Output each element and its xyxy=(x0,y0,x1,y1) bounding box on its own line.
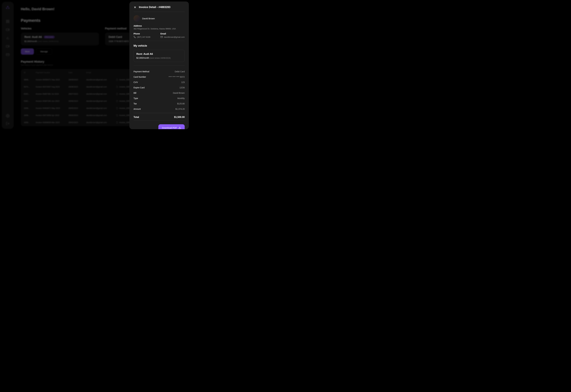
customer-name: David Brown xyxy=(142,17,155,20)
kv-cvv-value: 123 xyxy=(181,81,185,84)
kv-card-number-label: Card Number xyxy=(134,76,146,78)
panel-title: Invoice Detail - #4883283 xyxy=(139,6,170,9)
email-label: Email xyxy=(160,32,185,35)
kv-tax-value: $125.80 xyxy=(177,102,185,105)
phone-label: Phone xyxy=(134,32,154,35)
kv-bill-label: Bill xyxy=(134,92,136,94)
kv-amount-label: Amount xyxy=(134,108,141,110)
address-label: Address xyxy=(134,25,185,27)
email-value: davidbrown@gmail.com xyxy=(164,36,185,38)
avatar xyxy=(134,15,140,22)
panel-vehicle-renew: (next renew 24/09/2024) xyxy=(150,57,171,59)
kv-amount-value: $1,374.20 xyxy=(176,108,185,110)
panel-vehicle-card: Rent: Audi A6 $2,000/month (next renew 2… xyxy=(134,50,185,62)
download-pdf-button[interactable]: Download PDF xyxy=(158,124,185,129)
kv-type-label: Type xyxy=(134,97,138,99)
kv-payment-method-value: Debit Card xyxy=(175,70,185,73)
vehicle-section-title: My vehicle xyxy=(134,44,185,47)
phone-value: (907) 247-9199 xyxy=(137,36,150,38)
kv-type-value: Monthly xyxy=(177,97,185,99)
kv-cvv-label: CVV xyxy=(134,81,138,84)
phone-icon xyxy=(134,36,136,38)
panel-vehicle-price: $2,000/month xyxy=(136,57,149,59)
panel-vehicle-title: Rent: Audi A6 xyxy=(136,53,182,56)
download-label: Download PDF xyxy=(162,126,177,129)
download-icon xyxy=(179,126,181,129)
address-value: 362 Ridgewood Dr, Soldotna, Alaska 99669… xyxy=(134,28,185,30)
kv-expire-value: 12/26 xyxy=(180,86,185,89)
kv-expire-label: Expire Card xyxy=(134,86,145,89)
close-icon[interactable] xyxy=(134,6,136,9)
kv-card-number-value: **** **** **** 8372 xyxy=(169,76,185,78)
kv-payment-method-label: Payment Method xyxy=(134,70,149,73)
total-value: $1,500.00 xyxy=(174,116,185,118)
kv-tax-label: Tax xyxy=(134,102,137,105)
total-label: Total xyxy=(134,116,139,118)
email-icon xyxy=(160,36,163,38)
invoice-detail-panel: Invoice Detail - #4883283 David Brown Ad… xyxy=(129,1,189,129)
kv-bill-value: David Brown xyxy=(173,92,185,94)
